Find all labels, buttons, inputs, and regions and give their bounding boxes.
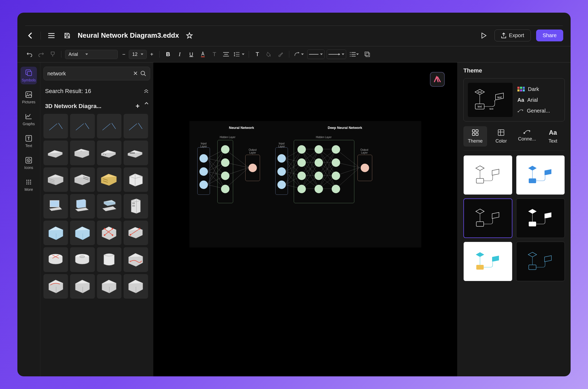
- format-painter-button[interactable]: [48, 50, 57, 59]
- sidebar-item-graphs[interactable]: Graphs: [21, 110, 37, 128]
- nn-node[interactable]: [221, 185, 229, 193]
- symbol-item[interactable]: [70, 247, 95, 272]
- play-button[interactable]: [479, 30, 489, 41]
- symbol-item[interactable]: [97, 140, 121, 165]
- font-select[interactable]: Arial: [65, 50, 118, 59]
- collapse-category-button[interactable]: [144, 102, 149, 110]
- symbol-item[interactable]: [70, 221, 95, 245]
- sidebar-item-pictures[interactable]: Pictures: [21, 89, 37, 106]
- symbol-item[interactable]: [70, 194, 95, 218]
- theme-option-dark[interactable]: [463, 198, 512, 238]
- arrow-style-button[interactable]: [327, 50, 346, 59]
- search-box[interactable]: ✕: [43, 67, 150, 80]
- symbol-item[interactable]: [43, 194, 68, 218]
- nn-node[interactable]: [297, 172, 306, 180]
- favorite-button[interactable]: [184, 30, 195, 41]
- search-input[interactable]: [47, 71, 130, 77]
- ai-assistant-button[interactable]: [430, 72, 445, 87]
- menu-button[interactable]: [46, 30, 57, 41]
- text-tool-button[interactable]: T: [210, 50, 219, 59]
- export-button[interactable]: Export: [494, 30, 531, 41]
- symbol-item[interactable]: [70, 140, 95, 165]
- redo-button[interactable]: [36, 50, 46, 59]
- brush-button[interactable]: [276, 50, 285, 59]
- nn-node[interactable]: [221, 145, 229, 154]
- line-spacing-button[interactable]: [233, 50, 245, 59]
- tab-color[interactable]: Color: [489, 126, 513, 147]
- collapse-icon[interactable]: [144, 89, 149, 93]
- sidebar-item-icons[interactable]: Icons: [21, 154, 37, 172]
- search-icon[interactable]: [140, 71, 146, 76]
- symbol-item[interactable]: [124, 114, 148, 138]
- nn-node[interactable]: [297, 158, 306, 167]
- symbol-item[interactable]: [43, 114, 68, 138]
- fill-button[interactable]: [264, 50, 274, 59]
- theme-option-light[interactable]: [463, 155, 512, 195]
- nn-node[interactable]: [332, 158, 340, 167]
- symbol-item[interactable]: [124, 140, 148, 165]
- clear-search-icon[interactable]: ✕: [133, 70, 138, 77]
- nn-node[interactable]: [297, 185, 306, 193]
- back-button[interactable]: [25, 30, 35, 41]
- add-symbol-button[interactable]: +: [136, 102, 140, 110]
- nn-node[interactable]: [199, 181, 208, 189]
- symbol-item[interactable]: [70, 274, 95, 299]
- nn-node[interactable]: [248, 164, 257, 172]
- nn-node[interactable]: [332, 172, 340, 180]
- align-button[interactable]: [221, 50, 231, 59]
- nn-node[interactable]: [332, 145, 340, 154]
- symbol-item[interactable]: [97, 247, 121, 272]
- nn-node[interactable]: [361, 164, 369, 172]
- tab-theme[interactable]: Theme: [463, 126, 487, 147]
- underline-button[interactable]: U: [187, 50, 196, 59]
- nn-node[interactable]: [315, 145, 323, 154]
- nn-node[interactable]: [315, 172, 323, 180]
- share-button[interactable]: Share: [536, 30, 563, 41]
- bold-button[interactable]: B: [163, 50, 173, 59]
- nn-node[interactable]: [332, 185, 340, 193]
- canvas-area[interactable]: Neural Network Deep Neural Network Input…: [153, 62, 457, 376]
- symbol-item[interactable]: [124, 274, 148, 299]
- font-color-button[interactable]: [198, 50, 208, 59]
- nn-node[interactable]: [221, 158, 229, 167]
- nn-node[interactable]: [277, 154, 286, 163]
- symbol-item[interactable]: [97, 167, 121, 192]
- nn-node[interactable]: [297, 145, 306, 154]
- nn-node[interactable]: [221, 172, 229, 180]
- layers-button[interactable]: [362, 50, 372, 59]
- symbol-item[interactable]: [124, 221, 148, 245]
- symbol-item[interactable]: [43, 221, 68, 245]
- list-button[interactable]: [348, 50, 360, 59]
- save-button[interactable]: [62, 30, 72, 41]
- font-size-decrease[interactable]: −: [120, 50, 128, 58]
- sidebar-item-symbols[interactable]: Symbols: [21, 67, 37, 84]
- symbol-item[interactable]: [70, 114, 95, 138]
- line-style-button[interactable]: [307, 50, 325, 59]
- symbol-item[interactable]: [43, 274, 68, 299]
- italic-button[interactable]: I: [175, 50, 184, 59]
- symbol-item[interactable]: [97, 221, 121, 245]
- sidebar-item-text[interactable]: T Text: [21, 132, 37, 150]
- symbol-item[interactable]: [97, 194, 121, 218]
- sidebar-item-more[interactable]: More: [21, 176, 37, 194]
- text-insert-button[interactable]: T: [253, 50, 262, 59]
- theme-option-dark-white[interactable]: [516, 198, 565, 238]
- tab-text[interactable]: Aa Text: [541, 126, 565, 147]
- symbol-item[interactable]: [124, 194, 148, 218]
- theme-option-cyan[interactable]: [463, 242, 512, 281]
- symbol-item[interactable]: [97, 114, 121, 138]
- symbol-item[interactable]: [43, 167, 68, 192]
- nn-node[interactable]: [315, 158, 323, 167]
- undo-button[interactable]: [25, 50, 34, 59]
- nn-node[interactable]: [277, 167, 286, 176]
- font-size-increase[interactable]: +: [148, 50, 156, 58]
- nn-node[interactable]: [277, 181, 286, 189]
- diagram-canvas[interactable]: Neural Network Deep Neural Network Input…: [189, 121, 421, 247]
- symbol-item[interactable]: [97, 274, 121, 299]
- font-size-select[interactable]: 12: [129, 50, 147, 59]
- nn-node[interactable]: [199, 154, 208, 163]
- symbol-item[interactable]: [124, 247, 148, 272]
- theme-option-blue[interactable]: [516, 155, 565, 195]
- symbol-item[interactable]: [43, 140, 68, 165]
- tab-connector[interactable]: Conne...: [515, 126, 539, 147]
